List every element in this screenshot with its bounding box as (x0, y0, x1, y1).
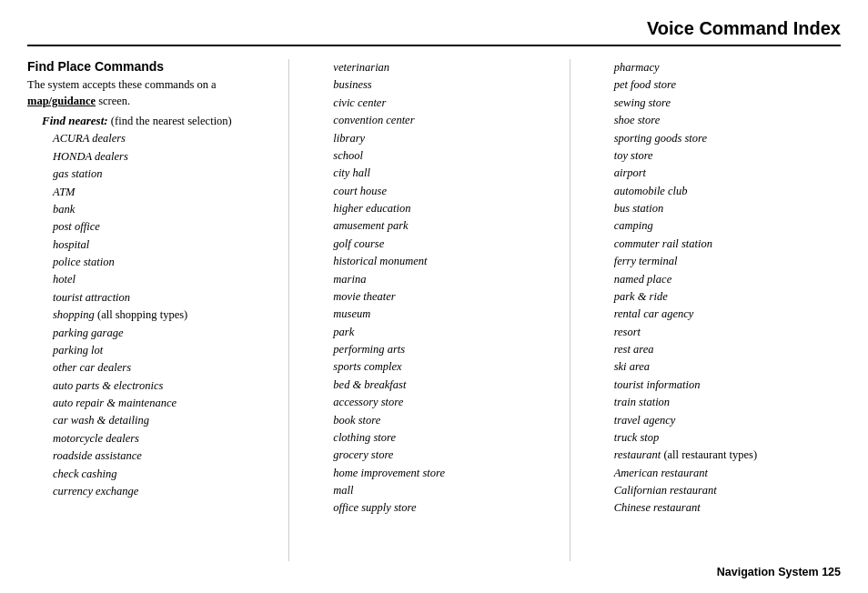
shopping-label: shopping (53, 308, 95, 321)
list-item: bank (53, 201, 279, 218)
list-item: convention center (333, 112, 560, 129)
list-item: library (333, 130, 560, 147)
page-title: Voice Command Index (647, 18, 841, 38)
desc-text-2: screen. (96, 95, 130, 107)
list-item: home improvement store (333, 465, 560, 482)
list-item: rental car agency (614, 306, 841, 323)
list-item: shopping (all shopping types) (53, 307, 279, 324)
list-item: grocery store (333, 447, 560, 464)
list-item: park (333, 324, 560, 341)
items-list-col3: pharmacy pet food store sewing store sho… (589, 59, 841, 518)
list-item: HONDA dealers (53, 148, 279, 166)
list-item: park & ride (614, 288, 841, 306)
list-item: named place (614, 271, 841, 288)
map-guidance-text: map/guidance (27, 95, 96, 107)
find-nearest-desc: (find the nearest selection) (111, 115, 232, 127)
section-title: Find Place Commands (27, 59, 279, 74)
list-item: restaurant (all restaurant types) (614, 447, 841, 464)
footer-text: Navigation System 125 (717, 566, 841, 578)
shopping-suffix: (all shopping types) (95, 308, 187, 321)
list-item: clothing store (333, 429, 560, 447)
list-item: auto parts & electronics (53, 377, 279, 395)
content-area: Find Place Commands The system accepts t… (27, 59, 841, 561)
list-item: police station (53, 254, 279, 271)
list-item: gas station (53, 166, 279, 183)
column-1: Find Place Commands The system accepts t… (27, 59, 289, 561)
list-item: bus station (614, 200, 841, 217)
list-item: hospital (53, 236, 279, 254)
list-item: amusement park (333, 217, 560, 235)
list-item: bed & breakfast (333, 377, 560, 394)
list-item: train station (614, 394, 841, 411)
header-section: Voice Command Index (27, 18, 841, 46)
list-item: ATM (53, 184, 279, 201)
list-item: motorcycle dealers (53, 430, 279, 447)
list-item: commuter rail station (614, 236, 841, 253)
list-item: city hall (333, 165, 560, 182)
column-3: pharmacy pet food store sewing store sho… (570, 59, 841, 561)
list-item: civic center (333, 95, 560, 112)
list-item: book store (333, 412, 560, 429)
list-item: tourist attraction (53, 289, 279, 307)
list-item: shoe store (614, 112, 841, 129)
list-item: other car dealers (53, 359, 279, 377)
list-item: rest area (614, 341, 841, 358)
list-item: parking lot (53, 342, 279, 359)
list-item: veterinarian (333, 59, 560, 76)
list-item: hotel (53, 271, 279, 288)
list-item: toy store (614, 147, 841, 165)
list-item: travel agency (614, 412, 841, 429)
find-nearest-label: Find nearest: (42, 114, 108, 127)
list-item: Chinese restaurant (614, 499, 841, 517)
list-item: camping (614, 217, 841, 235)
list-item: sports complex (333, 358, 560, 376)
list-item: check cashing (53, 466, 279, 483)
restaurant-label: restaurant (614, 448, 661, 461)
list-item: historical monument (333, 253, 560, 270)
list-item: ski area (614, 358, 841, 376)
list-item: pharmacy (614, 59, 841, 76)
page-container: Voice Command Index Find Place Commands … (0, 0, 868, 593)
desc-text-1: The system accepts these commands on a (27, 78, 217, 91)
list-item: Californian restaurant (614, 482, 841, 499)
list-item: parking garage (53, 325, 279, 342)
list-item: accessory store (333, 394, 560, 411)
list-item: ferry terminal (614, 253, 841, 270)
list-item: movie theater (333, 288, 560, 306)
list-item: performing arts (333, 341, 560, 358)
section-desc: The system accepts these commands on a m… (27, 77, 279, 109)
list-item: mall (333, 482, 560, 499)
list-item: currency exchange (53, 483, 279, 500)
list-item: golf course (333, 236, 560, 253)
list-item: roadside assistance (53, 447, 279, 465)
find-nearest-line: Find nearest: (find the nearest selectio… (27, 113, 279, 130)
list-item: marina (333, 271, 560, 288)
list-item: automobile club (614, 183, 841, 200)
list-item: court house (333, 183, 560, 200)
list-item: resort (614, 324, 841, 341)
list-item: truck stop (614, 429, 841, 447)
column-2: veterinarian business civic center conve… (289, 59, 570, 561)
list-item: sewing store (614, 95, 841, 112)
list-item: sporting goods store (614, 130, 841, 147)
list-item: American restaurant (614, 465, 841, 482)
list-item: tourist information (614, 377, 841, 394)
items-list-col1: ACURA dealers HONDA dealers gas station … (27, 130, 279, 500)
list-item: auto repair & maintenance (53, 395, 279, 412)
restaurant-suffix: (all restaurant types) (661, 448, 757, 461)
list-item: museum (333, 306, 560, 323)
items-list-col2: veterinarian business civic center conve… (308, 59, 560, 518)
list-item: post office (53, 218, 279, 236)
list-item: car wash & detailing (53, 412, 279, 429)
list-item: business (333, 76, 560, 94)
list-item: pet food store (614, 76, 841, 94)
list-item: school (333, 147, 560, 165)
list-item: airport (614, 165, 841, 182)
list-item: ACURA dealers (53, 130, 279, 147)
list-item: higher education (333, 200, 560, 217)
list-item: office supply store (333, 499, 560, 517)
